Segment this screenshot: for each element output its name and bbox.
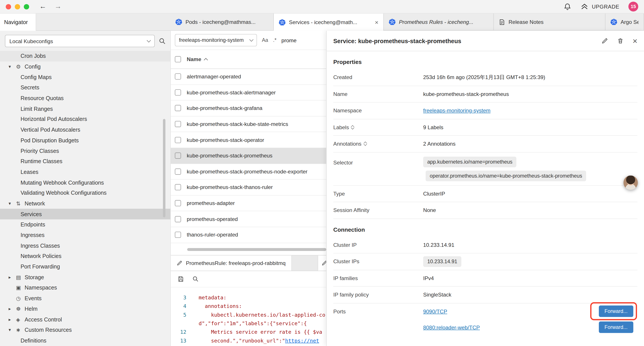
tree-chevron-icon[interactable] xyxy=(8,327,16,333)
editor-search-icon[interactable] xyxy=(192,276,199,283)
table-row[interactable]: kube-prometheus-stack-prometheus-node-ex… xyxy=(171,164,326,180)
sidebar-item[interactable]: Services xyxy=(0,209,170,219)
tab-argo[interactable]: Argo Se xyxy=(606,13,644,30)
sidebar-item[interactable]: Definitions xyxy=(0,335,170,346)
name-column-header[interactable]: Name xyxy=(187,56,207,62)
tree-chevron-icon[interactable] xyxy=(8,64,16,69)
notification-bell-icon[interactable] xyxy=(564,3,572,10)
tree-chevron-icon[interactable] xyxy=(8,306,16,311)
tab-pods[interactable]: Pods - icecheng@mathmas... xyxy=(170,13,274,30)
sidebar-item[interactable]: Config xyxy=(0,61,170,72)
sidebar-item[interactable]: Events xyxy=(0,293,170,304)
tab-release-notes[interactable]: Release Notes xyxy=(494,13,606,30)
table-row[interactable]: kube-prometheus-stack-grafana xyxy=(171,100,326,116)
close-tab-icon[interactable]: × xyxy=(375,19,378,26)
zoom-window-button[interactable] xyxy=(24,4,29,9)
tab-prometheus-rules[interactable]: Prometheus Rules - icecheng... xyxy=(384,13,494,30)
delete-icon[interactable] xyxy=(617,37,624,44)
yaml-editor[interactable]: 3metadata: 4 annotations: 5 kubectl.kube… xyxy=(171,288,326,346)
table-row[interactable]: kube-prometheus-stack-alertmanager xyxy=(171,85,326,100)
table-row[interactable]: kube-prometheus-stack-kube-state-metrics xyxy=(171,116,326,132)
row-checkbox[interactable] xyxy=(175,200,181,206)
sidebar-item[interactable]: Limit Ranges xyxy=(0,104,170,114)
dock-tab-partial[interactable] xyxy=(318,256,326,271)
expand-toggle-icon[interactable] xyxy=(351,125,354,130)
tree-chevron-icon[interactable] xyxy=(8,201,16,206)
table-row[interactable]: kube-prometheus-stack-operator xyxy=(171,132,326,148)
list-search-input[interactable] xyxy=(282,37,310,43)
tab-title: Pods - icecheng@mathmas... xyxy=(186,19,268,25)
list-toolbar: freeleaps-monitoring-system Aa .* xyxy=(171,31,326,50)
forward-button[interactable]: Forward... xyxy=(599,306,633,317)
sidebar-item[interactable]: Endpoints xyxy=(0,219,170,230)
table-row[interactable]: kube-prometheus-stack-prometheus xyxy=(171,148,326,164)
table-row[interactable]: prometheus-adapter xyxy=(171,196,326,211)
table-row[interactable]: thanos-ruler-operated xyxy=(171,227,326,243)
sidebar-item[interactable]: Ingresses xyxy=(0,230,170,240)
expand-toggle-icon[interactable] xyxy=(364,141,366,146)
namespace-link[interactable]: freeleaps-monitoring-system xyxy=(423,107,490,114)
row-checkbox[interactable] xyxy=(175,168,181,175)
row-checkbox[interactable] xyxy=(175,89,181,95)
row-checkbox[interactable] xyxy=(175,232,181,238)
port-link-9090[interactable]: 9090/TCP xyxy=(423,308,448,314)
sidebar-scrollbar[interactable] xyxy=(163,119,165,217)
sidebar-item[interactable]: Custom Resources xyxy=(0,325,170,335)
sidebar-item[interactable]: Cron Jobs xyxy=(0,51,170,61)
row-checkbox[interactable] xyxy=(175,105,181,111)
sidebar-item[interactable]: Priority Classes xyxy=(0,146,170,156)
tab-services[interactable]: Services - icecheng@math... × xyxy=(274,13,384,31)
row-checkbox[interactable] xyxy=(175,153,181,159)
regex-toggle[interactable]: .* xyxy=(273,37,277,43)
sidebar-item[interactable]: Leases xyxy=(0,167,170,177)
close-window-button[interactable] xyxy=(6,4,11,9)
sidebar-item[interactable]: Validating Webhook Configurations xyxy=(0,188,170,198)
sidebar-item[interactable]: Ingress Classes xyxy=(0,240,170,251)
sidebar-search-icon[interactable] xyxy=(158,37,166,45)
tree-chevron-icon[interactable] xyxy=(8,317,16,322)
edit-icon[interactable] xyxy=(602,37,608,44)
sidebar-item[interactable]: Secrets xyxy=(0,82,170,93)
save-icon[interactable] xyxy=(177,276,184,283)
sidebar-item[interactable]: Port Forwarding xyxy=(0,262,170,272)
row-checkbox[interactable] xyxy=(175,121,181,127)
namespace-select[interactable]: freeleaps-monitoring-system xyxy=(175,34,257,46)
kubeconfig-select[interactable]: Local Kubeconfigs xyxy=(5,35,154,47)
sidebar-item[interactable]: Config Maps xyxy=(0,72,170,82)
select-all-checkbox[interactable] xyxy=(175,56,181,62)
user-avatar[interactable] xyxy=(624,175,638,190)
sidebar-item[interactable]: Resource Quotas xyxy=(0,93,170,104)
horizontal-scrollbar[interactable] xyxy=(187,248,326,251)
sidebar-item[interactable]: Horizontal Pod Autoscalers xyxy=(0,114,170,125)
notification-count-badge[interactable]: 15 xyxy=(628,1,638,11)
port-link-8080[interactable]: 8080:reloader-web/TCP xyxy=(423,324,480,330)
sidebar-item[interactable]: Storage xyxy=(0,272,170,283)
upgrade-button[interactable]: UPGRADE xyxy=(580,2,620,10)
table-row[interactable]: prometheus-operated xyxy=(171,211,326,227)
sidebar-item[interactable]: Pod Disruption Budgets xyxy=(0,135,170,146)
forward-button[interactable]: → xyxy=(54,2,62,10)
sidebar-item[interactable]: Vertical Pod Autoscalers xyxy=(0,125,170,135)
row-checkbox[interactable] xyxy=(175,216,181,222)
match-case-toggle[interactable]: Aa xyxy=(262,37,268,43)
tree-chevron-icon[interactable] xyxy=(8,275,16,280)
sidebar-item[interactable]: Access Control xyxy=(0,314,170,325)
row-checkbox[interactable] xyxy=(175,137,181,143)
sidebar-item[interactable]: Network xyxy=(0,198,170,209)
table-row[interactable]: kube-prometheus-stack-thanos-ruler xyxy=(171,180,326,195)
navigator-tab[interactable]: Navigator xyxy=(0,13,36,31)
row-checkbox[interactable] xyxy=(175,74,181,80)
sidebar-item-label: Storage xyxy=(24,274,44,280)
sidebar-item[interactable]: Namespaces xyxy=(0,283,170,293)
sidebar-item[interactable]: Runtime Classes xyxy=(0,156,170,167)
dock-tab-prometheusrule[interactable]: PrometheusRule: freeleaps-prod-rabbitmq xyxy=(171,256,292,271)
close-icon[interactable]: × xyxy=(632,37,638,45)
forward-button[interactable]: Forward... xyxy=(599,322,633,333)
sidebar-item[interactable]: Mutating Webhook Configurations xyxy=(0,177,170,188)
back-button[interactable]: ← xyxy=(40,2,46,10)
table-row[interactable]: alertmanager-operated xyxy=(171,69,326,85)
sidebar-item[interactable]: Network Policies xyxy=(0,251,170,262)
sidebar-item[interactable]: Helm xyxy=(0,304,170,314)
minimize-window-button[interactable] xyxy=(15,4,20,9)
row-checkbox[interactable] xyxy=(175,184,181,191)
